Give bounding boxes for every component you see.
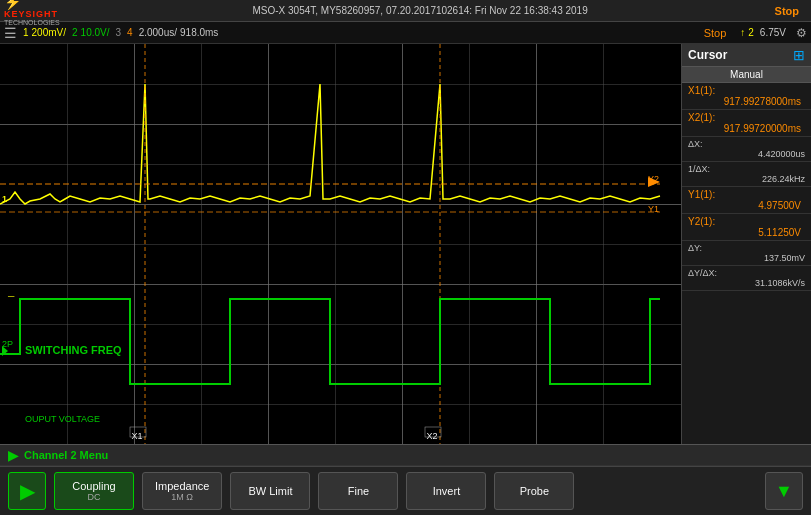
svg-text:─: ─ (7, 291, 15, 301)
dx-value: 4.420000us (688, 149, 805, 159)
ch4-num: 4 (127, 27, 133, 38)
scroll-right-button[interactable]: ▼ (765, 472, 803, 510)
ch1-num: 1 (23, 27, 29, 38)
trigger-voltage: 6.75V (760, 27, 786, 38)
dy-value: 137.50mV (688, 253, 805, 263)
cursor-header: Cursor ⊞ (682, 44, 811, 67)
ch1-scale[interactable]: 1 200mV/ (23, 27, 66, 38)
waveform-svg: X1 X2 Y2 Y1 ─ (0, 44, 681, 444)
datetime-text: 07.20.2017102614: Fri Nov 22 16:38:43 20… (386, 5, 588, 16)
coupling-value: DC (88, 492, 101, 502)
serial-text: MY58260957, (321, 5, 383, 16)
ch2-ground-marker: 2P (2, 339, 13, 349)
y1-label: Y1(1): (688, 189, 805, 200)
x2-label: X2(1): (688, 112, 805, 123)
ch2-arrow-button[interactable]: ▶ (8, 472, 46, 510)
ch2-scale[interactable]: 2 10.0V/ (72, 27, 109, 38)
y2-label: Y2(1): (688, 216, 805, 227)
coupling-button[interactable]: Coupling DC (54, 472, 134, 510)
bw-limit-button[interactable]: BW Limit (230, 472, 310, 510)
cursor-icon: ⊞ (793, 47, 805, 63)
inv-dx-value: 226.24kHz (688, 174, 805, 184)
cursor-panel: Cursor ⊞ Manual X1(1): 917.99278000ms X2… (681, 44, 811, 444)
ch2-scale-val: 10.0V/ (81, 27, 110, 38)
ch1-marker: 1 (2, 194, 7, 204)
dy-row: ΔY: 137.50mV (682, 241, 811, 266)
fine-button[interactable]: Fine (318, 472, 398, 510)
invert-label: Invert (433, 485, 461, 497)
svg-text:Y1: Y1 (648, 204, 659, 214)
stop-badge: Stop (775, 5, 799, 17)
svg-text:Y2: Y2 (648, 174, 659, 184)
bw-limit-label: BW Limit (248, 485, 292, 497)
x1-value: 917.99278000ms (688, 96, 805, 107)
channel-menu-title: Channel 2 Menu (24, 449, 108, 461)
svg-text:X1: X1 (131, 431, 142, 441)
time-offset-val: 918.0ms (180, 27, 218, 38)
time-div[interactable]: 2.000us/ 918.0ms (139, 27, 219, 38)
y2-row: Y2(1): 5.11250V (682, 214, 811, 241)
ch2-indicator-icon: ▶ (8, 448, 18, 463)
probe-button[interactable]: Probe (494, 472, 574, 510)
channel-menu-bar: ▶ Channel 2 Menu (0, 444, 811, 466)
title-text: MSO-X 3054T, MY58260957, 07.20.201710261… (66, 5, 775, 16)
menu-icon-item[interactable]: ☰ (4, 25, 17, 41)
logo-technologies: TECHNOLOGIES (4, 19, 60, 26)
dx-label: ΔX: (688, 139, 805, 149)
trigger-stop: Stop (704, 27, 727, 39)
dy-label: ΔY: (688, 243, 805, 253)
ch3-num: 3 (116, 27, 122, 38)
inv-dx-row: 1/ΔX: 226.24kHz (682, 162, 811, 187)
logo: ⚡ KEYSIGHT TECHNOLOGIES (4, 0, 60, 26)
main-area: X1 X2 Y2 Y1 ─ SWITCHING FREQ OUPUT VOLTA… (0, 44, 811, 444)
bottom-toolbar: ▶ Coupling DC Impedance 1M Ω BW Limit Fi… (0, 466, 811, 515)
ch2-num: 2 (72, 27, 78, 38)
voltage-val: 6.75V (760, 27, 786, 38)
dy-dx-row: ΔY/ΔX: 31.1086kV/s (682, 266, 811, 291)
top-bar: ⚡ KEYSIGHT TECHNOLOGIES MSO-X 3054T, MY5… (0, 0, 811, 22)
dx-row: ΔX: 4.420000us (682, 137, 811, 162)
x1-label: X1(1): (688, 85, 805, 96)
y1-value: 4.97500V (688, 200, 805, 211)
trigger-arrow: ↑ 2 (740, 27, 754, 38)
stop-label: Stop (704, 27, 727, 39)
x2-value: 917.99720000ms (688, 123, 805, 134)
arrow-down-icon: ▼ (775, 481, 793, 502)
ch4-scale[interactable]: 4 (127, 27, 133, 38)
time-div-val: 2.000us/ (139, 27, 177, 38)
impedance-button[interactable]: Impedance 1M Ω (142, 472, 222, 510)
fine-label: Fine (348, 485, 369, 497)
dy-dx-label: ΔY/ΔX: (688, 268, 805, 278)
ch1-scale-val: 200mV/ (32, 27, 66, 38)
inv-dx-label: 1/ΔX: (688, 164, 805, 174)
probe-label: Probe (520, 485, 549, 497)
logo-icon: ⚡ (4, 0, 21, 9)
ch3-scale[interactable]: 3 (116, 27, 122, 38)
ch2-waveform-label: OUPUT VOLTAGE (25, 414, 100, 424)
x2-row: X2(1): 917.99720000ms (682, 110, 811, 137)
logo-keysight: KEYSIGHT (4, 9, 58, 19)
impedance-label: Impedance (155, 480, 209, 492)
scope-display[interactable]: X1 X2 Y2 Y1 ─ SWITCHING FREQ OUPUT VOLTA… (0, 44, 681, 444)
impedance-value: 1M Ω (171, 492, 193, 502)
settings-icon[interactable]: ⚙ (796, 26, 807, 40)
model-text: MSO-X 3054T, (252, 5, 318, 16)
dy-dx-value: 31.1086kV/s (688, 278, 805, 288)
scale-bar: ☰ 1 200mV/ 2 10.0V/ 3 4 2.000us/ 918.0ms… (0, 22, 811, 44)
trigger-ch: 2 (748, 27, 754, 38)
svg-text:X2: X2 (426, 431, 437, 441)
invert-button[interactable]: Invert (406, 472, 486, 510)
ch1-waveform-label: SWITCHING FREQ (25, 344, 122, 356)
y1-row: Y1(1): 4.97500V (682, 187, 811, 214)
x1-row: X1(1): 917.99278000ms (682, 83, 811, 110)
cursor-title: Cursor (688, 48, 727, 62)
cursor-manual: Manual (682, 67, 811, 83)
coupling-label: Coupling (72, 480, 115, 492)
y2-value: 5.11250V (688, 227, 805, 238)
